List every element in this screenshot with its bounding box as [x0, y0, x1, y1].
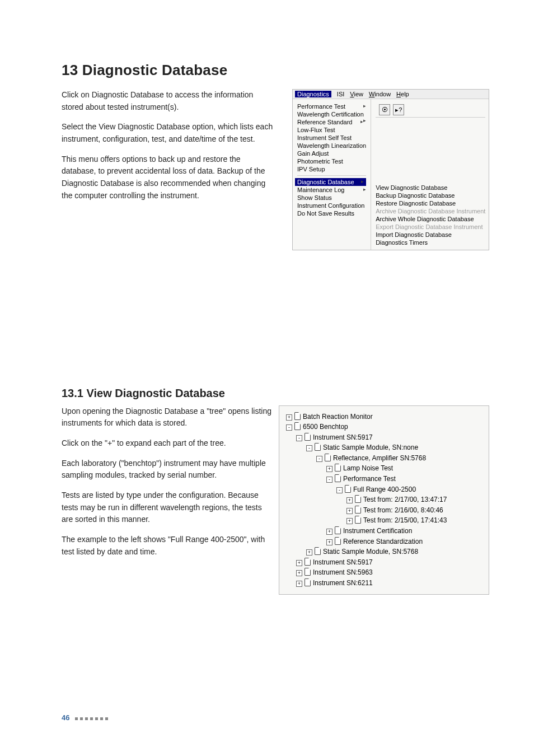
tree-node[interactable]: -6500 Benchtop: [286, 422, 482, 432]
menu-item[interactable]: Archive Diagnostic Database Instrument: [376, 207, 485, 215]
s131-p4: Tests are listed by type under the confi…: [62, 489, 274, 526]
intro-p1: Click on Diagnostic Database to access t…: [62, 89, 274, 113]
menu-item[interactable]: Backup Diagnostic Database: [376, 192, 485, 199]
document-icon: [355, 495, 361, 503]
footer-dots-icon: [73, 712, 108, 722]
document-icon: [335, 464, 341, 472]
expand-toggle-icon[interactable]: +: [296, 570, 302, 576]
document-icon: [355, 516, 361, 524]
menu-view[interactable]: View: [350, 91, 363, 97]
menu-diagnostics[interactable]: Diagnostics: [295, 91, 331, 97]
s131-p3: Each laboratory ("benchtop") instrument …: [62, 458, 274, 482]
tree-node-label: Instrument SN:5917: [313, 558, 373, 566]
tree-node[interactable]: +Batch Reaction Monitor: [286, 412, 482, 422]
tree-node[interactable]: +Instrument SN:5963: [286, 567, 482, 578]
tree-node-label: Instrument Certification: [343, 527, 412, 535]
document-icon: [305, 578, 311, 586]
menu-item[interactable]: Gain Adjust: [297, 150, 366, 157]
tree-node[interactable]: -Reflectance, Amplifier SN:5768: [286, 453, 482, 464]
menu-item[interactable]: Diagnostics Timers: [376, 239, 485, 246]
tree-node[interactable]: +Test from: 2/17/00, 13:47:17: [286, 494, 482, 505]
document-icon: [305, 433, 311, 441]
menu-item[interactable]: Export Diagnostic Database Instrument: [376, 223, 485, 231]
document-icon: [325, 454, 331, 461]
menu-item[interactable]: Low-Flux Test: [297, 126, 366, 134]
tree-node[interactable]: -Static Sample Module, SN:none: [286, 442, 482, 453]
menu-item[interactable]: Photometric Test: [297, 157, 366, 165]
s131-p2: Click on the "+" to expand each part of …: [62, 437, 274, 450]
menu-item[interactable]: Instrument Configuration: [297, 202, 366, 209]
expand-toggle-icon[interactable]: -: [296, 435, 302, 441]
expand-toggle-icon[interactable]: -: [316, 456, 322, 462]
document-icon: [294, 422, 301, 430]
expand-toggle-icon[interactable]: -: [306, 445, 312, 451]
tree-node-label: Batch Reaction Monitor: [303, 413, 373, 421]
menu-item[interactable]: Maintenance Log: [297, 186, 366, 194]
expand-toggle-icon[interactable]: +: [346, 518, 353, 524]
menu-item[interactable]: Show Status: [297, 194, 366, 202]
tree-node-label: Reflectance, Amplifier SN:5768: [333, 454, 426, 462]
tree-node[interactable]: +Instrument SN:6211: [286, 578, 482, 589]
menu-item[interactable]: Wavelength Linearization: [297, 142, 366, 150]
tree-node[interactable]: +Lamp Noise Test: [286, 463, 482, 474]
tree-node[interactable]: -Instrument SN:5917: [286, 432, 482, 443]
document-icon: [335, 537, 341, 545]
figure-tree-view: +Batch Reaction Monitor-6500 Benchtop-In…: [279, 405, 489, 595]
expand-toggle-icon[interactable]: +: [326, 539, 332, 545]
tree-node[interactable]: -Full Range 400-2500: [286, 484, 482, 495]
expand-toggle-icon[interactable]: -: [286, 424, 292, 431]
expand-toggle-icon[interactable]: +: [326, 466, 332, 472]
tree-node-label: Test from: 2/17/00, 13:47:17: [363, 496, 447, 503]
menu-item[interactable]: IPV Setup: [297, 165, 366, 173]
document-icon: [305, 558, 311, 566]
menu-item[interactable]: Reference Standard: [297, 118, 366, 126]
expand-toggle-icon[interactable]: +: [326, 529, 332, 535]
menu-item[interactable]: Import Diagnostic Database: [376, 231, 485, 239]
tree-node[interactable]: +Test from: 2/16/00, 8:40:46: [286, 505, 482, 516]
expand-toggle-icon[interactable]: +: [346, 497, 353, 503]
menu-help[interactable]: Help: [396, 91, 409, 97]
tree-node-label: Instrument SN:5917: [313, 433, 373, 441]
tree-node[interactable]: +Instrument Certification: [286, 526, 482, 536]
tree-node-label: Performance Test: [343, 475, 396, 483]
tree-node-label: Reference Standardization: [343, 538, 423, 545]
expand-toggle-icon[interactable]: +: [346, 508, 353, 514]
menu-item[interactable]: View Diagnostic Database: [376, 184, 485, 192]
tree-node[interactable]: -Performance Test: [286, 474, 482, 484]
tree-node[interactable]: +Test from: 2/15/00, 17:41:43: [286, 515, 482, 526]
tree-node-label: Full Range 400-2500: [353, 486, 416, 493]
intro-p2: Select the View Diagnostic Database opti…: [62, 121, 274, 145]
expand-toggle-icon[interactable]: +: [306, 549, 312, 556]
tree-node-label: Instrument SN:6211: [313, 579, 373, 587]
menu-window[interactable]: Window: [369, 91, 391, 97]
tree-node[interactable]: +Reference Standardization: [286, 536, 482, 547]
document-icon: [335, 526, 341, 534]
menu-item[interactable]: Do Not Save Results: [297, 209, 366, 217]
toolbar-help-icon[interactable]: ▸?: [393, 104, 404, 115]
figure-diagnostics-menu: Diagnostics ISI View Window Help Perform…: [292, 89, 489, 250]
intro-p3: This menu offers options to back up and …: [62, 153, 274, 202]
menu-item[interactable]: Archive Whole Diagnostic Database: [376, 215, 485, 223]
menu-item[interactable]: Performance Test: [297, 102, 366, 110]
expand-toggle-icon[interactable]: +: [296, 581, 302, 587]
menu-item[interactable]: Instrument Self Test: [297, 134, 366, 142]
tree-node[interactable]: +Instrument SN:5917: [286, 557, 482, 568]
toolbar-stop-icon[interactable]: ⦿: [379, 104, 390, 115]
tree-node-label: Test from: 2/15/00, 17:41:43: [363, 516, 447, 524]
expand-toggle-icon[interactable]: -: [336, 487, 343, 493]
page-footer: 46: [62, 712, 108, 722]
tree-node-label: Test from: 2/16/00, 8:40:46: [363, 506, 443, 514]
document-icon: [315, 547, 321, 555]
menu-isi[interactable]: ISI: [337, 91, 344, 97]
expand-toggle-icon[interactable]: -: [326, 477, 332, 483]
menu-item[interactable]: Diagnostic Database: [295, 178, 366, 186]
document-icon: [305, 568, 311, 576]
chapter-title: 13 Diagnostic Database: [62, 62, 484, 79]
menu-item[interactable]: Wavelength Certification: [297, 110, 366, 118]
document-icon: [355, 506, 361, 514]
s131-p5: The example to the left shows "Full Rang…: [62, 534, 274, 558]
menu-item[interactable]: Restore Diagnostic Database: [376, 199, 485, 207]
expand-toggle-icon[interactable]: +: [286, 414, 292, 421]
tree-node[interactable]: +Static Sample Module, SN:5768: [286, 547, 482, 557]
expand-toggle-icon[interactable]: +: [296, 560, 302, 566]
